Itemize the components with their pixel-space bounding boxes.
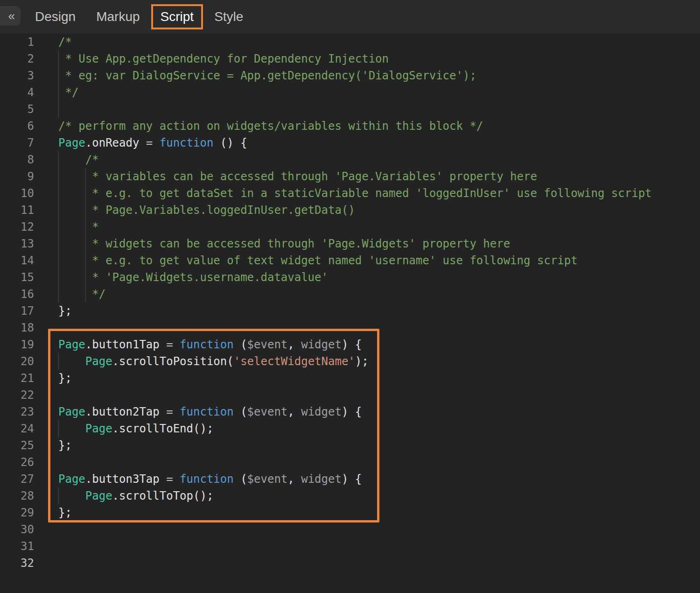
code-text: */	[58, 84, 78, 101]
line-number: 24	[0, 420, 34, 437]
code-line: 3 * eg: var DialogService = App.getDepen…	[0, 67, 700, 84]
line-number: 32	[0, 555, 34, 572]
code-line: 15 * 'Page.Widgets.username.datavalue'	[0, 269, 700, 286]
code-text: * widgets can be accessed through 'Page.…	[58, 235, 510, 252]
indent-guide	[58, 219, 59, 235]
line-number: 10	[0, 185, 34, 202]
code-text: /*	[58, 34, 72, 50]
line-number: 3	[0, 67, 34, 84]
code-line: 29};	[0, 504, 700, 521]
code-line: 20 Page.scrollToPosition('selectWidgetNa…	[0, 353, 700, 370]
indent-guide	[85, 269, 86, 286]
indent-guide	[58, 235, 59, 252]
indent-guide	[58, 286, 59, 303]
code-line: 28 Page.scrollToTop();	[0, 487, 700, 504]
code-text: Page.scrollToPosition('selectWidgetName'…	[58, 353, 369, 370]
indent-guide	[85, 286, 86, 303]
code-line: 11 * Page.Variables.loggedInUser.getData…	[0, 202, 700, 219]
code-line: 16 */	[0, 286, 700, 303]
indent-guide	[58, 67, 59, 84]
indent-guide	[85, 219, 86, 235]
line-number: 4	[0, 84, 34, 101]
line-number: 16	[0, 286, 34, 303]
line-number: 20	[0, 353, 34, 370]
code-text: * e.g. to get value of text widget named…	[58, 252, 578, 269]
code-line: 12 *	[0, 219, 700, 235]
line-number: 18	[0, 319, 34, 336]
line-number: 25	[0, 437, 34, 454]
code-line: 27Page.button3Tap = function ($event, wi…	[0, 471, 700, 487]
line-number: 6	[0, 118, 34, 134]
code-text: Page.button3Tap = function ($event, widg…	[58, 471, 362, 487]
code-line: 21};	[0, 370, 700, 387]
code-line: 4 */	[0, 84, 700, 101]
code-line: 18	[0, 319, 700, 336]
indent-guide	[85, 202, 86, 219]
code-text: */	[58, 286, 105, 303]
indent-guide	[58, 487, 59, 504]
code-text: };	[58, 437, 72, 454]
code-lines: 1/*2 * Use App.getDependency for Depende…	[0, 34, 700, 572]
code-line: 23Page.button2Tap = function ($event, wi…	[0, 403, 700, 420]
line-number: 7	[0, 134, 34, 151]
indent-guide	[58, 252, 59, 269]
line-number: 17	[0, 303, 34, 319]
indent-guide	[85, 185, 86, 202]
indent-guide	[58, 151, 59, 168]
tab-style[interactable]: Style	[214, 9, 243, 24]
indent-guide	[58, 353, 59, 370]
code-line: 30	[0, 521, 700, 538]
code-text: *	[58, 219, 99, 235]
code-line: 1/*	[0, 34, 700, 50]
line-number: 28	[0, 487, 34, 504]
code-text: * e.g. to get dataSet in a staticVariabl…	[58, 185, 652, 202]
code-text: Page.button1Tap = function ($event, widg…	[58, 336, 362, 353]
code-text: * 'Page.Widgets.username.datavalue'	[58, 269, 328, 286]
code-editor[interactable]: 1/*2 * Use App.getDependency for Depende…	[0, 34, 700, 593]
code-line: 2 * Use App.getDependency for Dependency…	[0, 50, 700, 67]
line-number: 26	[0, 454, 34, 471]
indent-guide	[58, 84, 59, 101]
code-text: };	[58, 504, 72, 521]
code-line: 22	[0, 387, 700, 403]
tab-markup[interactable]: Markup	[96, 9, 140, 24]
code-line: 26	[0, 454, 700, 471]
code-line: 8 /*	[0, 151, 700, 168]
code-line: 24 Page.scrollToEnd();	[0, 420, 700, 437]
code-text: Page.scrollToTop();	[58, 487, 213, 504]
line-number: 22	[0, 387, 34, 403]
collapse-panel-button[interactable]: «	[0, 6, 21, 26]
line-number: 8	[0, 151, 34, 168]
indent-guide	[58, 101, 59, 118]
code-line: 31	[0, 538, 700, 555]
line-number: 13	[0, 235, 34, 252]
code-text: Page.scrollToEnd();	[58, 420, 213, 437]
line-number: 19	[0, 336, 34, 353]
line-number: 1	[0, 34, 34, 50]
double-chevron-left-icon: «	[8, 9, 15, 23]
code-text: Page.onReady = function () {	[58, 134, 247, 151]
code-line: 14 * e.g. to get value of text widget na…	[0, 252, 700, 269]
indent-guide	[58, 202, 59, 219]
indent-guide	[58, 168, 59, 185]
code-text: /*	[58, 151, 99, 168]
line-number: 27	[0, 471, 34, 487]
indent-guide	[58, 269, 59, 286]
tab-script[interactable]: Script	[151, 4, 203, 29]
indent-guide	[58, 185, 59, 202]
tab-design[interactable]: Design	[35, 9, 76, 24]
line-number: 14	[0, 252, 34, 269]
code-line: 19Page.button1Tap = function ($event, wi…	[0, 336, 700, 353]
code-line: 17};	[0, 303, 700, 319]
line-number: 21	[0, 370, 34, 387]
code-line: 25};	[0, 437, 700, 454]
indent-guide	[85, 168, 86, 185]
indent-guide	[58, 420, 59, 437]
code-text: * Page.Variables.loggedInUser.getData()	[58, 202, 355, 219]
line-number: 9	[0, 168, 34, 185]
code-line: 7Page.onReady = function () {	[0, 134, 700, 151]
indent-guide	[58, 50, 59, 67]
code-line: 13 * widgets can be accessed through 'Pa…	[0, 235, 700, 252]
line-number: 31	[0, 538, 34, 555]
line-number: 23	[0, 403, 34, 420]
